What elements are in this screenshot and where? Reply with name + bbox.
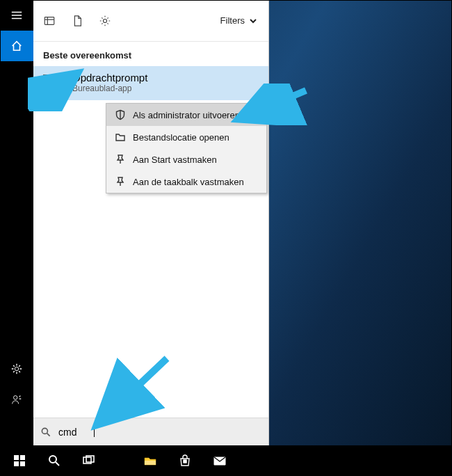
svg-rect-2 [45, 17, 54, 24]
store-icon[interactable] [168, 445, 202, 476]
best-match-subtitle: Bureaublad-app [72, 84, 147, 93]
cortana-rail [0, 0, 33, 445]
svg-rect-12 [145, 461, 156, 465]
file-explorer-icon[interactable] [134, 445, 167, 476]
folder-icon [115, 132, 126, 143]
svg-point-9 [49, 456, 56, 463]
menu-run-admin[interactable]: Als administrator uitvoeren [106, 104, 266, 126]
cmd-thumb-icon [43, 74, 65, 91]
hamburger-icon[interactable] [0, 0, 33, 31]
menu-open-location[interactable]: Bestandslocatie openen [106, 126, 266, 148]
best-match-title: Opdrachtprompt [72, 72, 147, 84]
search-panel: Filters Beste overeenkomst Opdrachtpromp… [33, 0, 269, 445]
svg-point-4 [42, 428, 47, 434]
svg-rect-13 [184, 460, 185, 461]
best-match-result[interactable]: Opdrachtprompt Bureaublad-app [33, 66, 268, 100]
menu-item-label: Aan de taakbalk vastmaken [133, 177, 244, 187]
shield-icon [115, 109, 126, 120]
settings-icon[interactable] [99, 15, 111, 27]
start-button[interactable] [3, 445, 36, 476]
home-icon[interactable] [0, 31, 33, 61]
section-label: Beste overeenkomst [33, 42, 268, 66]
search-box [33, 418, 268, 445]
menu-pin-start[interactable]: Aan Start vastmaken [106, 148, 266, 170]
task-view-icon[interactable] [72, 445, 106, 476]
pin-icon [115, 154, 126, 165]
svg-point-1 [14, 396, 17, 399]
svg-point-3 [103, 19, 106, 22]
svg-rect-8 [20, 461, 25, 466]
settings-gear-icon[interactable] [0, 354, 33, 384]
context-menu: Als administrator uitvoeren Bestandsloca… [106, 103, 267, 193]
apps-icon[interactable] [43, 15, 56, 27]
taskbar [0, 445, 452, 476]
menu-item-label: Aan Start vastmaken [133, 154, 217, 165]
rail-spacer [0, 61, 33, 354]
panel-header: Filters [33, 0, 268, 42]
filters-label: Filters [220, 15, 245, 26]
svg-rect-15 [184, 461, 185, 463]
svg-rect-6 [20, 455, 25, 460]
menu-pin-taskbar[interactable]: Aan de taakbalk vastmaken [106, 170, 266, 193]
text-caret [94, 426, 95, 437]
menu-item-label: Als administrator uitvoeren [133, 110, 240, 120]
document-icon[interactable] [71, 15, 83, 27]
search-input[interactable] [58, 424, 261, 441]
mail-icon[interactable] [203, 445, 236, 476]
best-match-text: Opdrachtprompt Bureaublad-app [72, 72, 147, 93]
header-icons [43, 15, 111, 27]
search-icon [40, 427, 51, 438]
svg-rect-5 [14, 455, 19, 460]
menu-item-label: Bestandslocatie openen [133, 132, 229, 143]
feedback-person-icon[interactable] [0, 384, 33, 415]
svg-rect-16 [185, 461, 186, 463]
pin-icon [115, 176, 126, 187]
rail-bottom-gap [0, 415, 33, 445]
svg-rect-7 [14, 461, 19, 466]
chevron-down-icon [249, 17, 257, 25]
svg-rect-14 [185, 460, 186, 461]
filters-button[interactable]: Filters [219, 13, 259, 29]
svg-point-0 [15, 367, 18, 370]
taskbar-search-icon[interactable] [38, 445, 71, 476]
